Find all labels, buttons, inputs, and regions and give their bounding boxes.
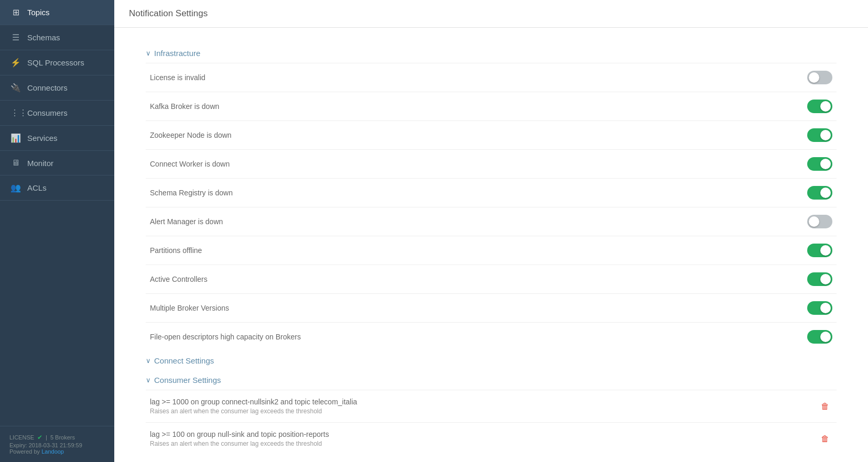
row-left-lag-100: lag >= 100 on group null-sink and topic … xyxy=(150,430,818,447)
sidebar-item-monitor[interactable]: 🖥 Monitor xyxy=(0,151,114,175)
row-label-alert-manager-down: Alert Manager is down xyxy=(150,217,807,226)
expiry-text: Expiry: 2018-03-31 21:59:59 xyxy=(9,442,105,448)
row-label-partitions-offline: Partitions offline xyxy=(150,246,807,255)
monitor-icon: 🖥 xyxy=(10,158,21,168)
consumers-icon: ⋮⋮ xyxy=(10,108,21,118)
section-label-consumer-settings: Consumer Settings xyxy=(154,376,221,384)
row-left-file-open-descriptors: File-open descriptors high capacity on B… xyxy=(150,333,807,341)
row-left-multiple-broker-versions: Multiple Broker Versions xyxy=(150,304,807,312)
section-label-connect-settings: Connect Settings xyxy=(154,356,214,365)
row-zookeeper-down: Zookeeper Node is down xyxy=(146,120,837,149)
sidebar-item-consumers[interactable]: ⋮⋮ Consumers xyxy=(0,101,114,126)
connectors-icon: 🔌 xyxy=(10,83,21,93)
row-left-alert-manager-down: Alert Manager is down xyxy=(150,217,807,226)
toggle-license-invalid[interactable] xyxy=(807,71,832,84)
section-header-connect-settings[interactable]: ∨Connect Settings xyxy=(146,351,837,370)
row-lag-100: lag >= 100 on group null-sink and topic … xyxy=(146,422,837,455)
section-infrastructure: ∨Infrastracture License is invalid Kafka… xyxy=(146,43,837,351)
sidebar-item-services[interactable]: 📊 Services xyxy=(0,126,114,151)
row-active-controllers: Active Controllers xyxy=(146,265,837,293)
schemas-icon: ☰ xyxy=(10,32,21,42)
row-license-invalid: License is invalid xyxy=(146,63,837,92)
toggle-partitions-offline[interactable] xyxy=(807,244,832,257)
row-left-active-controllers: Active Controllers xyxy=(150,275,807,283)
sidebar-item-schemas[interactable]: ☰ Schemas xyxy=(0,25,114,50)
row-left-license-invalid: License is invalid xyxy=(150,73,807,82)
section-connect-settings: ∨Connect Settings xyxy=(146,351,837,370)
acls-icon: 👥 xyxy=(10,183,21,193)
section-header-infrastructure[interactable]: ∨Infrastracture xyxy=(146,43,837,63)
row-label-file-open-descriptors: File-open descriptors high capacity on B… xyxy=(150,333,807,341)
row-kafka-broker-down: Kafka Broker is down xyxy=(146,92,837,120)
row-schema-registry-down: Schema Registry is down xyxy=(146,178,837,207)
row-file-open-descriptors: File-open descriptors high capacity on B… xyxy=(146,322,837,351)
row-left-lag-1000: lag >= 1000 on group connect-nullsink2 a… xyxy=(150,398,818,415)
sql-processors-icon: ⚡ xyxy=(10,58,21,68)
row-label-multiple-broker-versions: Multiple Broker Versions xyxy=(150,304,807,312)
row-left-zookeeper-down: Zookeeper Node is down xyxy=(150,131,807,139)
row-left-kafka-broker-down: Kafka Broker is down xyxy=(150,102,807,111)
toggle-zookeeper-down[interactable] xyxy=(807,128,832,142)
powered-by-text: Powered by xyxy=(9,448,40,455)
section-consumer-settings: ∨Consumer Settings lag >= 1000 on group … xyxy=(146,370,837,455)
sidebar-item-connectors[interactable]: 🔌 Connectors xyxy=(0,75,114,101)
chevron-connect-settings-icon: ∨ xyxy=(146,357,151,365)
page-title: Notification Settings xyxy=(114,0,868,28)
topics-icon: ⊞ xyxy=(10,7,21,17)
row-sublabel-lag-1000: Raises an alert when the consumer lag ex… xyxy=(150,408,818,415)
toggle-schema-registry-down[interactable] xyxy=(807,186,832,200)
sidebar-label-consumers: Consumers xyxy=(27,108,68,117)
row-multiple-broker-versions: Multiple Broker Versions xyxy=(146,293,837,322)
row-label-license-invalid: License is invalid xyxy=(150,73,807,82)
toggle-multiple-broker-versions[interactable] xyxy=(807,301,832,315)
sidebar-label-monitor: Monitor xyxy=(27,159,53,168)
toggle-kafka-broker-down[interactable] xyxy=(807,100,832,113)
landoop-link[interactable]: Landoop xyxy=(41,448,64,455)
sidebar-label-topics: Topics xyxy=(27,8,50,17)
main-content: Notification Settings ∨Infrastracture Li… xyxy=(114,0,868,462)
toggle-active-controllers[interactable] xyxy=(807,272,832,286)
chevron-infrastructure-icon: ∨ xyxy=(146,49,151,57)
toggle-alert-manager-down[interactable] xyxy=(807,215,832,228)
row-label-connect-worker-down: Connect Worker is down xyxy=(150,160,807,168)
divider: | xyxy=(46,434,47,441)
section-header-consumer-settings[interactable]: ∨Consumer Settings xyxy=(146,370,837,390)
row-alert-manager-down: Alert Manager is down xyxy=(146,207,837,236)
row-sublabel-lag-100: Raises an alert when the consumer lag ex… xyxy=(150,440,818,447)
section-label-infrastructure: Infrastracture xyxy=(154,49,200,58)
row-left-schema-registry-down: Schema Registry is down xyxy=(150,189,807,197)
chevron-consumer-settings-icon: ∨ xyxy=(146,376,151,384)
row-label-lag-1000: lag >= 1000 on group connect-nullsink2 a… xyxy=(150,398,818,406)
row-label-schema-registry-down: Schema Registry is down xyxy=(150,189,807,197)
row-left-connect-worker-down: Connect Worker is down xyxy=(150,160,807,168)
row-lag-1000: lag >= 1000 on group connect-nullsink2 a… xyxy=(146,390,837,422)
sidebar-label-connectors: Connectors xyxy=(27,83,68,92)
delete-lag-1000-icon[interactable]: 🗑 xyxy=(818,402,832,411)
row-label-active-controllers: Active Controllers xyxy=(150,275,807,283)
row-label-zookeeper-down: Zookeeper Node is down xyxy=(150,131,807,139)
sidebar-label-sql-processors: SQL Processors xyxy=(27,58,84,67)
brokers-count: 5 Brokers xyxy=(50,434,75,441)
sidebar-footer: LICENSE ✔ | 5 Brokers Expiry: 2018-03-31… xyxy=(0,426,114,462)
sidebar-item-acls[interactable]: 👥 ACLs xyxy=(0,175,114,201)
sidebar-item-topics[interactable]: ⊞ Topics xyxy=(0,0,114,25)
delete-lag-100-icon[interactable]: 🗑 xyxy=(818,434,832,444)
notifications-body: ∨Infrastracture License is invalid Kafka… xyxy=(114,28,868,462)
row-left-partitions-offline: Partitions offline xyxy=(150,246,807,255)
toggle-connect-worker-down[interactable] xyxy=(807,157,832,171)
license-label: LICENSE xyxy=(9,434,34,441)
sidebar-nav: ⊞ Topics ☰ Schemas ⚡ SQL Processors 🔌 Co… xyxy=(0,0,114,426)
sidebar-label-schemas: Schemas xyxy=(27,33,60,42)
toggle-file-open-descriptors[interactable] xyxy=(807,330,832,344)
license-check-icon: ✔ xyxy=(37,434,42,441)
sidebar-label-acls: ACLs xyxy=(27,183,47,192)
sidebar: ⊞ Topics ☰ Schemas ⚡ SQL Processors 🔌 Co… xyxy=(0,0,114,462)
row-label-kafka-broker-down: Kafka Broker is down xyxy=(150,102,807,111)
row-label-lag-100: lag >= 100 on group null-sink and topic … xyxy=(150,430,818,438)
row-connect-worker-down: Connect Worker is down xyxy=(146,149,837,178)
sidebar-item-sql-processors[interactable]: ⚡ SQL Processors xyxy=(0,50,114,75)
services-icon: 📊 xyxy=(10,133,21,143)
sidebar-label-services: Services xyxy=(27,134,58,142)
row-partitions-offline: Partitions offline xyxy=(146,236,837,265)
